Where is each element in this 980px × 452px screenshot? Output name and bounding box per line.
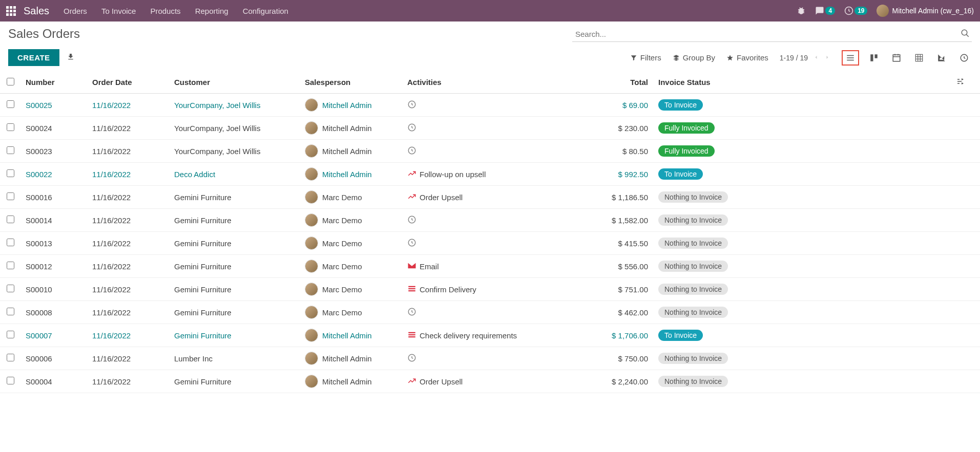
table-row[interactable]: S00012 11/16/2022 Gemini Furniture Marc … [0,255,980,278]
clock-icon[interactable] [407,353,416,364]
order-number[interactable]: S00016 [26,193,52,202]
create-button[interactable]: CREATE [8,49,59,66]
row-checkbox[interactable] [7,169,14,177]
order-number[interactable]: S00013 [26,239,52,248]
salesperson-name[interactable]: Marc Demo [322,262,362,271]
order-number[interactable]: S00010 [26,285,52,294]
filters-button[interactable]: Filters [630,53,661,62]
customer-name[interactable]: Gemini Furniture [174,285,232,294]
table-row[interactable]: S00025 11/16/2022 YourCompany, Joel Will… [0,94,980,117]
pager-next[interactable] [824,54,830,62]
salesperson-name[interactable]: Mitchell Admin [322,331,372,340]
salesperson-name[interactable]: Marc Demo [322,216,362,225]
salesperson-name[interactable]: Mitchell Admin [322,354,372,363]
row-checkbox[interactable] [7,262,14,269]
clock-icon[interactable] [407,146,416,157]
pager-value[interactable]: 1-19 / 19 [780,54,808,62]
nav-reporting[interactable]: Reporting [195,7,228,15]
customer-name[interactable]: Gemini Furniture [174,239,232,248]
favorites-button[interactable]: Favorites [726,53,768,62]
table-row[interactable]: S00007 11/16/2022 Gemini Furniture Mitch… [0,324,980,347]
salesperson-name[interactable]: Mitchell Admin [322,147,372,156]
salesperson-name[interactable]: Mitchell Admin [322,124,372,133]
order-number[interactable]: S00024 [26,124,52,133]
export-button[interactable] [67,53,75,62]
clock-icon[interactable] [407,100,416,111]
col-invoice-status[interactable]: Invoice Status [653,71,894,94]
customer-name[interactable]: Gemini Furniture [174,193,232,202]
customer-name[interactable]: YourCompany, Joel Willis [174,147,260,156]
messages-icon[interactable]: 4 [815,6,835,15]
table-row[interactable]: S00014 11/16/2022 Gemini Furniture Marc … [0,209,980,232]
row-checkbox[interactable] [7,123,14,131]
order-number[interactable]: S00012 [26,262,52,271]
nav-orders[interactable]: Orders [64,7,87,15]
order-number[interactable]: S00006 [26,354,52,363]
salesperson-name[interactable]: Marc Demo [322,239,362,248]
task-icon[interactable] [407,330,416,341]
customer-name[interactable]: Deco Addict [174,170,215,179]
col-settings[interactable] [894,71,980,94]
pager-prev[interactable] [813,54,819,62]
activities-icon[interactable]: 19 [844,6,867,15]
table-row[interactable]: S00010 11/16/2022 Gemini Furniture Marc … [0,278,980,301]
salesperson-name[interactable]: Marc Demo [322,308,362,317]
view-list-icon[interactable] [842,50,859,66]
order-number[interactable]: S00023 [26,147,52,156]
salesperson-name[interactable]: Marc Demo [322,193,362,202]
table-row[interactable]: S00024 11/16/2022 YourCompany, Joel Will… [0,117,980,140]
app-brand[interactable]: Sales [24,5,49,17]
nav-products[interactable]: Products [150,7,180,15]
row-checkbox[interactable] [7,239,14,246]
row-checkbox[interactable] [7,331,14,338]
view-activity-icon[interactable] [956,50,972,66]
salesperson-name[interactable]: Mitchell Admin [322,377,372,386]
view-calendar-icon[interactable] [889,50,904,66]
table-row[interactable]: S00023 11/16/2022 YourCompany, Joel Will… [0,140,980,163]
customer-name[interactable]: Gemini Furniture [174,216,232,225]
customer-name[interactable]: YourCompany, Joel Willis [174,101,260,110]
row-checkbox[interactable] [7,377,14,384]
row-checkbox[interactable] [7,192,14,200]
customer-name[interactable]: Gemini Furniture [174,262,232,271]
order-number[interactable]: S00007 [26,331,52,340]
salesperson-name[interactable]: Mitchell Admin [322,101,372,110]
customer-name[interactable]: Lumber Inc [174,354,213,363]
groupby-button[interactable]: Group By [673,53,715,62]
order-number[interactable]: S00008 [26,308,52,317]
row-checkbox[interactable] [7,216,14,223]
search-input[interactable] [572,27,972,42]
nav-configuration[interactable]: Configuration [243,7,288,15]
table-row[interactable]: S00016 11/16/2022 Gemini Furniture Marc … [0,186,980,209]
order-number[interactable]: S00025 [26,101,52,110]
select-all-checkbox[interactable] [7,78,14,85]
table-row[interactable]: S00022 11/16/2022 Deco Addict Mitchell A… [0,163,980,186]
email-icon[interactable] [407,261,416,272]
search-icon[interactable] [961,29,970,39]
table-row[interactable]: S00004 11/16/2022 Gemini Furniture Mitch… [0,370,980,393]
upsell-icon[interactable] [407,169,416,180]
row-checkbox[interactable] [7,100,14,108]
clock-icon[interactable] [407,215,416,226]
customer-name[interactable]: Gemini Furniture [174,308,232,317]
col-order-date[interactable]: Order Date [87,71,169,94]
order-number[interactable]: S00022 [26,170,52,179]
customer-name[interactable]: Gemini Furniture [174,331,232,340]
customer-name[interactable]: Gemini Furniture [174,377,232,386]
customer-name[interactable]: YourCompany, Joel Willis [174,124,260,133]
order-number[interactable]: S00004 [26,377,52,386]
debug-icon[interactable] [797,6,806,15]
col-number[interactable]: Number [20,71,87,94]
view-graph-icon[interactable] [934,50,949,66]
order-number[interactable]: S00014 [26,216,52,225]
col-activities[interactable]: Activities [402,71,561,94]
row-checkbox[interactable] [7,285,14,292]
table-row[interactable]: S00013 11/16/2022 Gemini Furniture Marc … [0,232,980,255]
upsell-icon[interactable] [407,376,416,387]
apps-menu-icon[interactable] [6,5,17,16]
upsell-icon[interactable] [407,192,416,203]
row-checkbox[interactable] [7,146,14,154]
row-checkbox[interactable] [7,354,14,361]
table-row[interactable]: S00008 11/16/2022 Gemini Furniture Marc … [0,301,980,324]
row-checkbox[interactable] [7,308,14,315]
